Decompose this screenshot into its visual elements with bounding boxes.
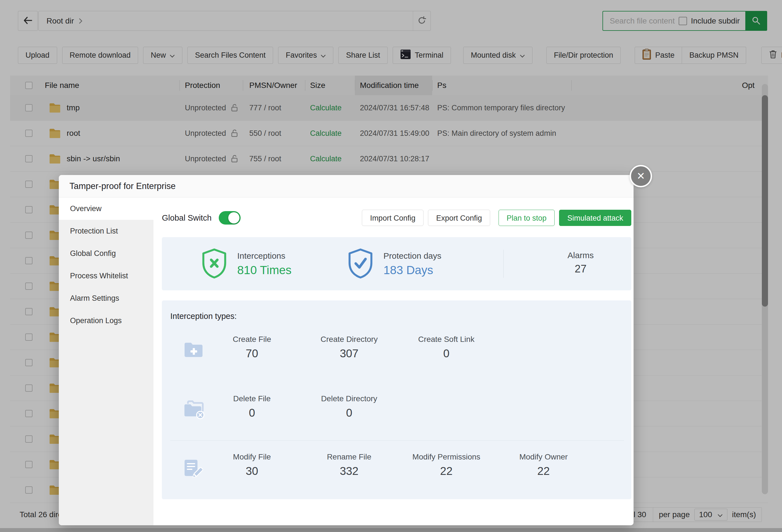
folder-delete-icon bbox=[183, 401, 206, 421]
modal-nav-item[interactable]: Protection List bbox=[59, 220, 153, 242]
interception-label: Modify Permissions bbox=[398, 453, 495, 461]
tamper-proof-modal: ✕ Tamper-proof for Enterprise OverviewPr… bbox=[59, 175, 634, 525]
interception-value: 0 bbox=[300, 407, 398, 419]
alarms-label: Alarms bbox=[539, 251, 623, 260]
interception-stat: Modify File30 bbox=[203, 453, 300, 478]
interception-value: 22 bbox=[398, 465, 495, 478]
simulated-attack-button[interactable]: Simulated attack bbox=[559, 210, 631, 226]
protection-days-label: Protection days bbox=[384, 251, 441, 261]
interception-stat: Rename File332 bbox=[300, 453, 398, 478]
interception-label: Create Directory bbox=[300, 335, 398, 344]
stats-panel: Interceptions 810 Times Protection days … bbox=[162, 237, 631, 290]
protection-days-stat: Protection days 183 Days bbox=[347, 248, 441, 280]
interception-label: Modify File bbox=[203, 453, 300, 461]
interception-value: 70 bbox=[203, 347, 300, 360]
interception-types-title: Interception types: bbox=[170, 312, 237, 321]
modify-file-icon bbox=[183, 459, 203, 481]
shield-x-icon bbox=[200, 248, 228, 280]
interception-label: Rename File bbox=[300, 453, 398, 461]
interception-type-row: Modify File30Rename File332Modify Permis… bbox=[162, 453, 631, 478]
interception-stat: Create File70 bbox=[203, 335, 300, 360]
global-switch-toggle[interactable] bbox=[219, 211, 241, 225]
modal-nav-item[interactable]: Overview bbox=[59, 197, 153, 220]
modal-nav-item[interactable]: Process Whitelist bbox=[59, 265, 153, 287]
types-divider bbox=[170, 441, 624, 441]
interception-stat: Modify Permissions22 bbox=[398, 453, 495, 478]
interception-value: 307 bbox=[300, 347, 398, 360]
interception-label: Create Soft Link bbox=[398, 335, 495, 344]
modal-nav-item[interactable]: Operation Logs bbox=[59, 309, 153, 332]
global-switch-label: Global Switch bbox=[162, 213, 211, 223]
alarms-stat: Alarms 27 bbox=[539, 251, 623, 275]
interception-label: Modify Owner bbox=[495, 453, 592, 461]
stats-divider bbox=[503, 250, 504, 278]
interception-stat: Create Soft Link0 bbox=[398, 335, 495, 360]
interception-value: 0 bbox=[398, 347, 495, 360]
modal-content: Global Switch Import Config Export Confi… bbox=[153, 197, 634, 525]
interception-value: 30 bbox=[203, 465, 300, 478]
interception-value: 332 bbox=[300, 465, 398, 478]
interception-value: 22 bbox=[495, 465, 592, 478]
close-button[interactable]: ✕ bbox=[630, 165, 652, 187]
interceptions-value: 810 Times bbox=[237, 264, 292, 277]
export-config-button[interactable]: Export Config bbox=[428, 210, 490, 226]
interceptions-stat: Interceptions 810 Times bbox=[200, 248, 292, 280]
interception-type-row: Delete File0Delete Directory0 bbox=[162, 394, 631, 419]
interception-type-row: Create File70Create Directory307Create S… bbox=[162, 335, 631, 360]
interception-label: Delete Directory bbox=[300, 394, 398, 403]
interception-stat: Delete Directory0 bbox=[300, 394, 398, 419]
folder-plus-icon bbox=[183, 341, 204, 360]
interception-stat: Create Directory307 bbox=[300, 335, 398, 360]
modal-nav-item[interactable]: Alarm Settings bbox=[59, 287, 153, 309]
file-manager-page: Root dir Search file content Include sub… bbox=[0, 0, 782, 532]
modal-nav: OverviewProtection ListGlobal ConfigProc… bbox=[59, 197, 153, 525]
interception-value: 0 bbox=[203, 407, 300, 419]
import-config-button[interactable]: Import Config bbox=[362, 210, 424, 226]
interception-label: Delete File bbox=[203, 394, 300, 403]
modal-title: Tamper-proof for Enterprise bbox=[59, 175, 634, 197]
interceptions-label: Interceptions bbox=[237, 251, 292, 261]
interception-types-panel: Interception types: Create File70Create … bbox=[162, 300, 631, 499]
plan-to-stop-button[interactable]: Plan to stop bbox=[499, 210, 555, 226]
protection-days-value: 183 Days bbox=[384, 264, 441, 277]
alarms-value: 27 bbox=[539, 263, 623, 275]
interception-label: Create File bbox=[203, 335, 300, 344]
interception-stat: Delete File0 bbox=[203, 394, 300, 419]
modal-nav-item[interactable]: Global Config bbox=[59, 242, 153, 265]
shield-check-icon bbox=[347, 248, 375, 280]
interception-stat: Modify Owner22 bbox=[495, 453, 592, 478]
